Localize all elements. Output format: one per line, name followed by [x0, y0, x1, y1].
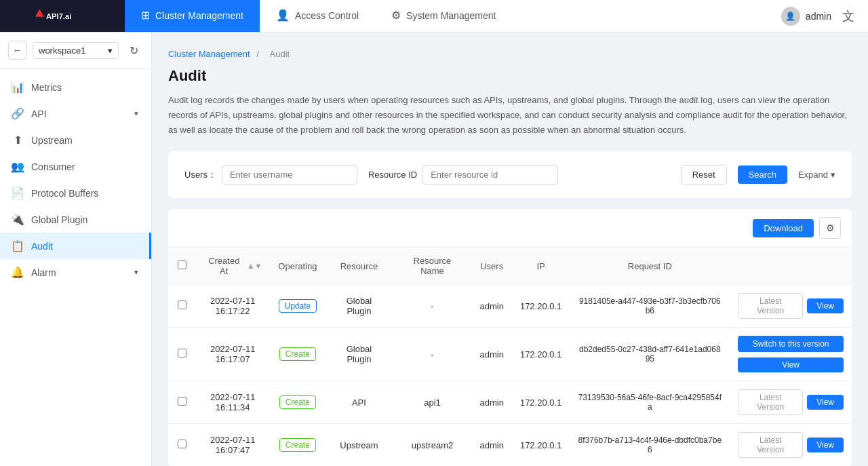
workspace-selector[interactable]: workspace1 ▾	[33, 42, 119, 59]
expand-icon: ▾	[831, 170, 835, 180]
latest-version-button[interactable]: Latest Version	[738, 293, 803, 319]
users-input[interactable]	[222, 165, 357, 185]
table-header-row: Created At ▲▼ Operating Resource Resourc…	[168, 248, 852, 285]
resource-id-label: Resource ID	[368, 170, 417, 180]
svg-text:API7.ai: API7.ai	[46, 12, 71, 20]
action-cell-stack: Switch to this versionView	[738, 336, 844, 372]
table-row: 2022-07-11 16:17:07CreateGlobal Plugin-a…	[168, 328, 852, 381]
upstream-icon: ⬆	[11, 134, 24, 147]
cell-created-at: 2022-07-11 16:11:34	[195, 381, 270, 424]
chevron-down-icon: ▾	[134, 109, 138, 118]
view-button[interactable]: View	[807, 438, 844, 452]
nav-tab-label-access: Access Control	[295, 10, 359, 21]
th-ip: IP	[512, 248, 570, 285]
th-users: Users	[471, 248, 511, 285]
switch-version-button[interactable]: Switch to this version	[738, 336, 844, 352]
cell-operating: Create	[270, 424, 325, 466]
alarm-icon: 🔔	[11, 266, 24, 279]
api-icon: 🔗	[11, 107, 24, 120]
sidebar-item-protocol-buffers[interactable]: 📄 Protocol Buffers	[0, 180, 151, 206]
latest-version-button[interactable]: Latest Version	[738, 389, 803, 415]
view-button[interactable]: View	[807, 298, 844, 313]
admin-label: admin	[806, 11, 831, 22]
table-toolbar: Download ⚙	[168, 209, 852, 248]
view-button[interactable]: View	[807, 395, 844, 410]
download-button[interactable]: Download	[753, 219, 814, 237]
cell-resource: API	[325, 381, 393, 424]
page-title: Audit	[168, 67, 852, 85]
page-description: Audit log records the changes made by us…	[168, 93, 852, 138]
cell-ip: 172.20.0.1	[512, 381, 570, 424]
cell-users: admin	[471, 381, 511, 424]
svg-marker-0	[35, 9, 44, 16]
row-checkbox-3[interactable]	[178, 440, 186, 448]
cell-users: admin	[471, 328, 511, 381]
sidebar-item-label-alarm: Alarm	[31, 267, 127, 278]
table-row: 2022-07-11 16:07:47CreateUpstreamupstrea…	[168, 424, 852, 466]
breadcrumb-current: Audit	[270, 49, 290, 59]
row-checkbox-2[interactable]	[178, 397, 186, 406]
back-button[interactable]: ←	[8, 41, 27, 60]
users-filter-group: Users：	[184, 165, 357, 185]
sidebar: ← workspace1 ▾ ↻ 📊 Metrics 🔗 API ▾ ⬆ Ups…	[0, 33, 152, 466]
language-icon[interactable]: 文	[842, 8, 854, 24]
access-icon: 👤	[276, 9, 290, 22]
admin-area[interactable]: 👤 admin	[781, 7, 831, 26]
nav-tab-cluster-management[interactable]: ⊞ Cluster Management	[125, 0, 260, 32]
sidebar-item-alarm[interactable]: 🔔 Alarm ▾	[0, 259, 151, 286]
filter-row: Users： Resource ID Reset Search Expand ▾	[184, 165, 835, 185]
main-layout: ← workspace1 ▾ ↻ 📊 Metrics 🔗 API ▾ ⬆ Ups…	[0, 33, 868, 466]
cell-actions: Latest VersionView	[730, 424, 852, 466]
refresh-button[interactable]: ↻	[124, 41, 143, 60]
row-checkbox-1[interactable]	[178, 349, 186, 357]
nav-tab-access-control[interactable]: 👤 Access Control	[260, 0, 375, 32]
sidebar-item-global-plugin[interactable]: 🔌 Global Plugin	[0, 206, 151, 233]
protocol-buffers-icon: 📄	[11, 187, 24, 199]
cell-created-at: 2022-07-11 16:17:07	[195, 328, 270, 381]
resource-id-input[interactable]	[422, 165, 558, 185]
sidebar-item-label-global-plugin: Global Plugin	[31, 214, 138, 225]
latest-version-button[interactable]: Latest Version	[738, 432, 803, 458]
cell-ip: 172.20.0.1	[512, 328, 570, 381]
action-cell: Latest VersionView	[738, 389, 844, 415]
system-icon: ⚙	[391, 9, 401, 22]
breadcrumb-separator: /	[256, 49, 259, 59]
sidebar-item-audit[interactable]: 📋 Audit	[0, 233, 151, 259]
sidebar-item-label-protocol-buffers: Protocol Buffers	[31, 188, 138, 199]
th-operating: Operating	[270, 248, 325, 285]
sidebar-item-label-audit: Audit	[31, 241, 138, 252]
action-cell: Latest VersionView	[738, 432, 844, 458]
row-checkbox-0[interactable]	[178, 300, 186, 309]
cell-resource-name: -	[393, 285, 471, 328]
sidebar-menu: 📊 Metrics 🔗 API ▾ ⬆ Upstream 👥 Consumer …	[0, 69, 151, 466]
sidebar-top: ← workspace1 ▾ ↻	[0, 33, 151, 69]
sidebar-item-api[interactable]: 🔗 API ▾	[0, 100, 151, 127]
sidebar-item-consumer[interactable]: 👥 Consumer	[0, 153, 151, 180]
cell-resource: Upstream	[325, 424, 393, 466]
operating-badge: Create	[279, 347, 316, 361]
nav-tab-system-management[interactable]: ⚙ System Management	[375, 0, 512, 32]
table-row: 2022-07-11 16:17:22UpdateGlobal Plugin-a…	[168, 285, 852, 328]
sidebar-item-label-api: API	[31, 109, 127, 119]
nav-tab-label-system: System Management	[406, 10, 496, 21]
expand-button[interactable]: Expand ▾	[798, 170, 835, 180]
cell-created-at: 2022-07-11 16:07:47	[195, 424, 270, 466]
cell-users: admin	[471, 424, 511, 466]
breadcrumb: Cluster Management / Audit	[168, 49, 852, 59]
nav-tab-label-cluster: Cluster Management	[155, 10, 243, 21]
reset-button[interactable]: Reset	[681, 165, 727, 185]
select-all-checkbox[interactable]	[178, 260, 186, 269]
th-resource: Resource	[325, 248, 393, 285]
global-plugin-icon: 🔌	[11, 213, 24, 226]
operating-badge: Create	[279, 438, 316, 452]
sidebar-item-metrics[interactable]: 📊 Metrics	[0, 74, 151, 100]
view-button[interactable]: View	[738, 357, 844, 372]
sidebar-item-upstream[interactable]: ⬆ Upstream	[0, 127, 151, 153]
cell-request-id: 73139530-56a5-46fe-8acf-9ca4295854fa	[570, 381, 730, 424]
settings-button[interactable]: ⚙	[819, 217, 841, 239]
cell-resource-name: upstream2	[393, 424, 471, 466]
cell-actions: Switch to this versionView	[730, 328, 852, 381]
search-button[interactable]: Search	[738, 166, 787, 184]
table-row: 2022-07-11 16:11:34CreateAPIapi1admin172…	[168, 381, 852, 424]
breadcrumb-parent[interactable]: Cluster Management	[168, 49, 250, 59]
